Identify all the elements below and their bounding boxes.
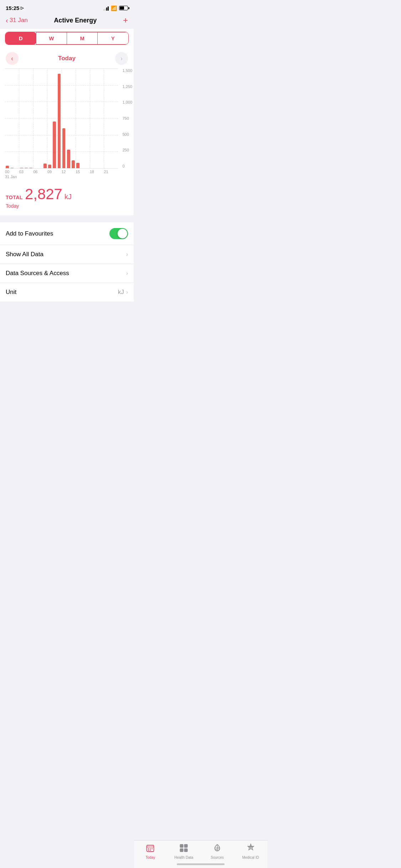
unit-row[interactable]: Unit kJ › (0, 283, 134, 301)
back-label: 31 Jan (10, 17, 28, 24)
signal-icon (103, 6, 109, 11)
show-all-data-chevron-icon: › (126, 251, 128, 258)
status-bar: 15:25 ▷ 📶 (0, 0, 134, 13)
chart-next-button[interactable]: › (115, 52, 128, 65)
bottom-spacer (0, 301, 134, 334)
y-label-0: 0 (122, 164, 132, 168)
bar-wrapper (33, 68, 38, 168)
bar (76, 163, 79, 168)
clock: 15:25 (6, 5, 19, 11)
x-label-12: 12 (62, 170, 76, 174)
unit-value: kJ (118, 289, 124, 296)
bar-wrapper (10, 68, 14, 168)
bar-wrapper (66, 68, 71, 168)
bar-wrapper (90, 68, 94, 168)
bar (48, 165, 51, 168)
bar (67, 150, 70, 168)
bar-wrapper (14, 68, 19, 168)
bar (29, 168, 32, 168)
x-label-18: 18 (90, 170, 104, 174)
x-label-15: 15 (76, 170, 90, 174)
total-section: TOTAL 2,827 kJ Today (0, 182, 134, 215)
favourites-row[interactable]: Add to Favourites (0, 222, 134, 245)
bar (53, 122, 56, 168)
x-label-00: 00 (5, 170, 19, 174)
y-label-250: 250 (122, 148, 132, 152)
toggle-knob (118, 229, 127, 238)
bar (6, 166, 9, 168)
bar-wrapper (94, 68, 99, 168)
y-label-500: 500 (122, 132, 132, 136)
x-label-09: 09 (47, 170, 62, 174)
data-sources-row[interactable]: Data Sources & Access › (0, 264, 134, 283)
chart-container: 1,500 1,250 1,000 750 500 250 0 (0, 68, 134, 182)
show-all-data-right: › (126, 251, 128, 258)
tab-year[interactable]: Y (97, 32, 128, 45)
back-chevron-icon: ‹ (6, 17, 8, 24)
nav-header: ‹ 31 Jan Active Energy + (0, 13, 134, 29)
total-row: TOTAL 2,827 kJ (6, 187, 128, 202)
total-label: TOTAL (6, 195, 23, 200)
bar-wrapper (80, 68, 85, 168)
wifi-icon: 📶 (111, 5, 117, 11)
favourites-toggle[interactable] (109, 228, 128, 239)
x-label-06: 06 (33, 170, 47, 174)
data-sources-right: › (126, 270, 128, 277)
favourites-label: Add to Favourites (6, 230, 53, 237)
chart-period-label: Today (58, 55, 76, 62)
chart-bars (5, 68, 118, 168)
y-axis-labels: 1,500 1,250 1,000 750 500 250 0 (121, 68, 134, 168)
settings-card: Add to Favourites Show All Data › Data S… (0, 222, 134, 301)
add-button[interactable]: + (123, 16, 128, 25)
section-spacer (0, 215, 134, 222)
bar-wrapper (52, 68, 57, 168)
data-sources-label: Data Sources & Access (6, 270, 69, 277)
bar-wrapper (19, 68, 24, 168)
bar (43, 164, 47, 168)
bar-wrapper (38, 68, 42, 168)
status-time: 15:25 ▷ (6, 5, 24, 11)
bar-wrapper (61, 68, 66, 168)
bar (11, 168, 14, 168)
show-all-data-label: Show All Data (6, 251, 43, 258)
chart-area: 1,500 1,250 1,000 750 500 250 0 (5, 68, 118, 168)
show-all-data-row[interactable]: Show All Data › (0, 245, 134, 264)
period-tabs: D W M Y (5, 32, 129, 45)
bar (20, 168, 23, 168)
bar (25, 168, 28, 168)
x-label-03: 03 (19, 170, 34, 174)
bar-wrapper (108, 68, 113, 168)
bar-wrapper (57, 68, 61, 168)
unit-chevron-icon: › (126, 289, 128, 295)
tab-week[interactable]: W (36, 32, 67, 45)
y-label-1000: 1,000 (122, 100, 132, 104)
bar (62, 128, 66, 168)
bar-wrapper (71, 68, 76, 168)
bar-wrapper (99, 68, 104, 168)
unit-right: kJ › (118, 289, 128, 296)
location-icon: ▷ (21, 6, 24, 10)
bar-wrapper (85, 68, 89, 168)
bar-wrapper (104, 68, 108, 168)
y-label-1500: 1,500 (122, 68, 132, 73)
unit-label: Unit (6, 289, 16, 296)
data-sources-chevron-icon: › (126, 270, 128, 277)
bar-wrapper (76, 68, 80, 168)
bar-wrapper (29, 68, 33, 168)
bar-wrapper (43, 68, 47, 168)
period-tabs-container: D W M Y (0, 29, 134, 48)
bar-wrapper (47, 68, 52, 168)
bar (58, 74, 61, 168)
tab-day[interactable]: D (5, 32, 36, 45)
total-value: 2,827 (25, 187, 62, 202)
x-axis-labels: 00 03 06 09 12 15 18 21 (5, 170, 118, 174)
total-date: Today (6, 203, 128, 209)
status-icons: 📶 (103, 5, 128, 11)
x-label-21: 21 (104, 170, 118, 174)
bar-wrapper (24, 68, 29, 168)
bar-wrapper (5, 68, 10, 168)
y-label-1250: 1,250 (122, 84, 132, 89)
back-button[interactable]: ‹ 31 Jan (6, 17, 28, 24)
chart-prev-button[interactable]: ‹ (6, 52, 19, 65)
tab-month[interactable]: M (67, 32, 98, 45)
